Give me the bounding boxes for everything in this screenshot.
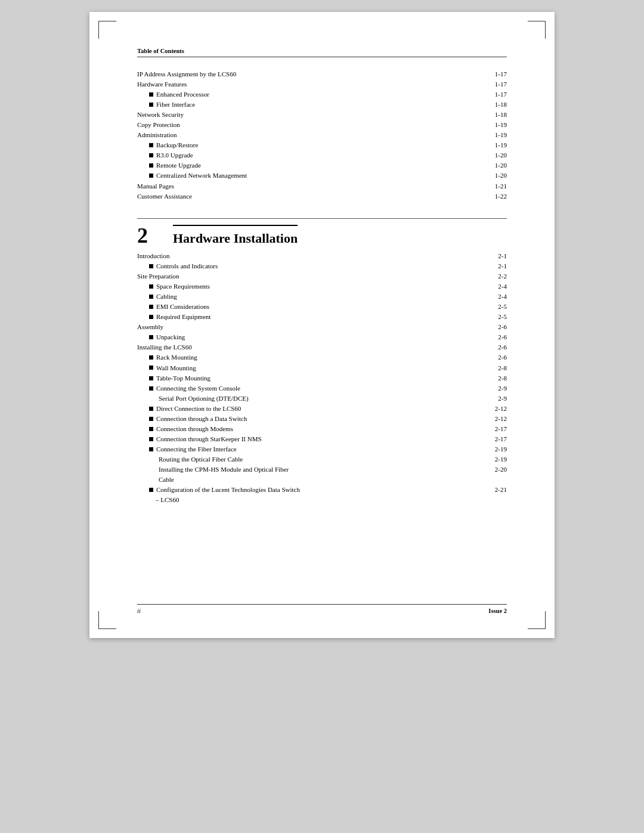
toc-item-connecting-console-page: 2-9 bbox=[477, 383, 507, 394]
toc-item-serial-port: Serial Port Optioning (DTE/DCE) 2-9 bbox=[137, 394, 507, 404]
toc-item-connection-modems-page: 2-17 bbox=[477, 424, 507, 434]
toc-item-r30-upgrade-text: R3.0 Upgrade bbox=[149, 150, 477, 160]
footer-issue: Issue 2 bbox=[488, 608, 507, 614]
toc-item-enhanced-processor: Enhanced Processor 1-17 bbox=[137, 89, 507, 100]
toc-item-tabletop-mounting-page: 2-8 bbox=[477, 373, 507, 383]
toc-item-assembly-page: 2-6 bbox=[477, 322, 507, 332]
toc-item-manual-pages: Manual Pages 1-21 bbox=[137, 181, 507, 191]
bullet-icon bbox=[149, 427, 153, 431]
bullet-icon bbox=[149, 407, 153, 411]
toc-item-unpacking: Unpacking 2-6 bbox=[137, 332, 507, 342]
toc-item-connection-starkeeper: Connection through StarKeeper II NMS 2-1… bbox=[137, 434, 507, 444]
toc-item-assembly: Assembly 2-6 bbox=[137, 322, 507, 332]
toc-item-installing-cpm: Installing the CPM-HS Module and Optical… bbox=[137, 465, 507, 485]
toc-item-hardware-features-page: 1-17 bbox=[477, 79, 507, 89]
bullet-icon bbox=[149, 376, 153, 380]
chapter2-title: Hardware Installation bbox=[173, 225, 298, 246]
toc-item-site-preparation: Site Preparation 2-2 bbox=[137, 271, 507, 281]
toc-item-enhanced-processor-page: 1-17 bbox=[477, 89, 507, 100]
toc-item-centralized-network-page: 1-20 bbox=[477, 171, 507, 181]
toc-item-controls-indicators-page: 2-1 bbox=[477, 261, 507, 271]
toc-item-remote-upgrade-page: 1-20 bbox=[477, 160, 507, 171]
toc-item-space-requirements-page: 2-4 bbox=[477, 281, 507, 292]
toc-item-connection-modems: Connection through Modems 2-17 bbox=[137, 424, 507, 434]
bullet-icon bbox=[149, 153, 153, 157]
toc-item-hardware-features-text: Hardware Features bbox=[137, 79, 477, 89]
toc-item-space-requirements: Space Requirements 2-4 bbox=[137, 281, 507, 292]
toc-item-hardware-features: Hardware Features 1-17 bbox=[137, 79, 507, 89]
toc-item-ip-address: IP Address Assignment by the LCS60 1-17 bbox=[137, 69, 507, 79]
bullet-icon bbox=[149, 366, 153, 370]
bullet-icon bbox=[149, 103, 153, 107]
toc-item-site-preparation-text: Site Preparation bbox=[137, 271, 477, 281]
toc-item-fiber-interface-text: Fiber Interface bbox=[149, 100, 477, 110]
toc-item-administration-text: Administration bbox=[137, 130, 477, 140]
toc-item-centralized-network: Centralized Network Management 1-20 bbox=[137, 171, 507, 181]
toc-item-introduction-text: Introduction bbox=[137, 251, 477, 261]
toc-item-direct-connection: Direct Connection to the LCS60 2-12 bbox=[137, 404, 507, 414]
toc-item-installing-cpm-page: 2-20 bbox=[477, 465, 507, 475]
toc-item-direct-connection-text: Direct Connection to the LCS60 bbox=[149, 404, 477, 414]
toc-header: Table of Contents bbox=[137, 48, 507, 57]
toc-item-connection-data-switch-text: Connection through a Data Switch bbox=[149, 414, 477, 424]
toc-item-centralized-network-text: Centralized Network Management bbox=[149, 171, 477, 181]
toc-item-connecting-fiber: Connecting the Fiber Interface 2-19 bbox=[137, 444, 507, 454]
toc-item-connecting-console-text: Connecting the System Console bbox=[149, 383, 477, 394]
toc-item-cabling-text: Cabling bbox=[149, 292, 477, 302]
toc-item-routing-optical-text: Routing the Optical Fiber Cable bbox=[159, 454, 477, 465]
toc-item-required-equipment: Required Equipment 2-5 bbox=[137, 312, 507, 322]
bullet-icon bbox=[149, 417, 153, 421]
bullet-icon bbox=[149, 335, 153, 339]
bullet-icon bbox=[149, 355, 153, 360]
chapter2-header: 2 Hardware Installation bbox=[137, 225, 507, 246]
toc-item-required-equipment-text: Required Equipment bbox=[149, 312, 477, 322]
chapter2-divider bbox=[137, 218, 507, 219]
toc-item-connection-data-switch: Connection through a Data Switch 2-12 bbox=[137, 414, 507, 424]
toc-item-connection-starkeeper-text: Connection through StarKeeper II NMS bbox=[149, 434, 477, 444]
toc-item-administration-page: 1-19 bbox=[477, 130, 507, 140]
chapter2-toc: Introduction 2-1 Controls and Indicators… bbox=[137, 251, 507, 505]
toc-item-fiber-interface: Fiber Interface 1-18 bbox=[137, 100, 507, 110]
toc-item-connection-starkeeper-page: 2-17 bbox=[477, 434, 507, 444]
toc-item-remote-upgrade-text: Remote Upgrade bbox=[149, 160, 477, 171]
toc-item-direct-connection-page: 2-12 bbox=[477, 404, 507, 414]
toc-item-routing-optical-page: 2-19 bbox=[477, 454, 507, 465]
toc-item-connecting-fiber-text: Connecting the Fiber Interface bbox=[149, 444, 477, 454]
toc-item-enhanced-processor-text: Enhanced Processor bbox=[149, 89, 477, 100]
bullet-icon bbox=[149, 174, 153, 178]
toc-item-customer-assistance: Customer Assistance 1-22 bbox=[137, 191, 507, 202]
toc-item-routing-optical: Routing the Optical Fiber Cable 2-19 bbox=[137, 454, 507, 465]
toc-item-rack-mounting-text: Rack Mounting bbox=[149, 352, 477, 363]
toc-item-r30-upgrade: R3.0 Upgrade 1-20 bbox=[137, 150, 507, 160]
toc-item-manual-pages-page: 1-21 bbox=[477, 181, 507, 191]
toc-item-controls-indicators: Controls and Indicators 2-1 bbox=[137, 261, 507, 271]
toc-item-connecting-fiber-page: 2-19 bbox=[477, 444, 507, 454]
chapter2-number: 2 bbox=[137, 225, 161, 246]
toc-item-network-security-text: Network Security bbox=[137, 110, 477, 120]
toc-item-unpacking-page: 2-6 bbox=[477, 332, 507, 342]
corner-mark-top-left bbox=[98, 21, 116, 39]
toc-item-copy-protection-page: 1-19 bbox=[477, 120, 507, 130]
bullet-icon bbox=[149, 163, 153, 168]
toc-item-config-lucent: Configuration of the Lucent Technologies… bbox=[137, 485, 507, 505]
bullet-icon bbox=[149, 447, 153, 451]
toc-item-connection-modems-text: Connection through Modems bbox=[149, 424, 477, 434]
bullet-icon bbox=[149, 437, 153, 441]
footer-page-number: ii bbox=[137, 608, 141, 614]
bullet-icon bbox=[149, 315, 153, 319]
toc-item-fiber-interface-page: 1-18 bbox=[477, 100, 507, 110]
toc-item-connection-data-switch-page: 2-12 bbox=[477, 414, 507, 424]
corner-mark-bottom-left bbox=[98, 611, 116, 629]
toc-item-rack-mounting-page: 2-6 bbox=[477, 352, 507, 363]
toc-item-copy-protection: Copy Protection 1-19 bbox=[137, 120, 507, 130]
corner-mark-bottom-right bbox=[528, 611, 546, 629]
toc-item-copy-protection-text: Copy Protection bbox=[137, 120, 477, 130]
toc-item-introduction-page: 2-1 bbox=[477, 251, 507, 261]
toc-item-manual-pages-text: Manual Pages bbox=[137, 181, 477, 191]
toc-item-rack-mounting: Rack Mounting 2-6 bbox=[137, 352, 507, 363]
toc-item-cabling: Cabling 2-4 bbox=[137, 292, 507, 302]
toc-item-connecting-console: Connecting the System Console 2-9 bbox=[137, 383, 507, 394]
toc-item-installing-lcs60: Installing the LCS60 2-6 bbox=[137, 342, 507, 352]
toc-item-emi: EMI Considerations 2-5 bbox=[137, 302, 507, 312]
page-footer: ii Issue 2 bbox=[137, 604, 507, 614]
